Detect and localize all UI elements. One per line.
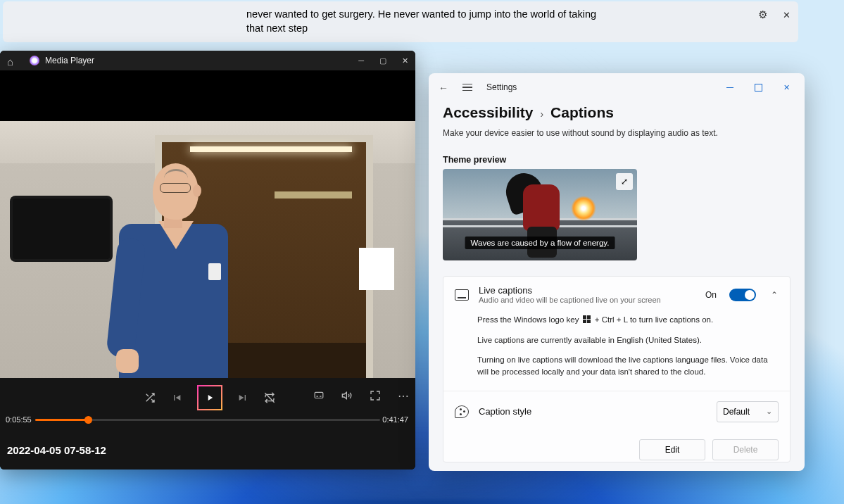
next-icon[interactable] [237, 391, 249, 404]
settings-window: Settings Accessibility › Captions Make y… [429, 73, 805, 471]
media-player-window: Media Player ─ ▢ ✕ 0:05:55 [0, 51, 415, 470]
breadcrumb-current: Captions [550, 104, 614, 121]
settings-minimize-button[interactable] [716, 77, 744, 97]
delete-button: Delete [712, 439, 779, 460]
media-player-title: Media Player [45, 56, 94, 65]
theme-preview: Waves are caused by a flow of energy. [443, 169, 637, 260]
hamburger-icon[interactable] [462, 82, 474, 93]
expand-preview-icon[interactable] [616, 173, 633, 190]
privacy-note: Turning on live captions will download t… [477, 354, 779, 377]
chevron-up-icon[interactable] [770, 291, 779, 299]
time-total: 0:41:47 [382, 415, 408, 424]
progress-bar[interactable] [35, 419, 380, 421]
media-player-titlebar: Media Player ─ ▢ ✕ [0, 51, 415, 70]
live-captions-subtitle: Audio and video will be captioned live o… [479, 296, 695, 304]
caption-close-icon[interactable] [780, 8, 793, 21]
time-elapsed: 0:05:55 [6, 415, 32, 424]
preview-caption-text: Waves are caused by a flow of energy. [465, 237, 615, 249]
more-icon[interactable]: ⋯ [397, 389, 410, 402]
repeat-off-icon[interactable] [263, 391, 276, 404]
breadcrumb: Accessibility › Captions [443, 104, 791, 121]
live-captions-toggle[interactable] [729, 289, 756, 301]
minimize-button[interactable]: ─ [358, 56, 364, 65]
caption-style-row: Caption style Default [443, 391, 790, 432]
settings-maximize-button[interactable] [744, 77, 772, 97]
volume-icon[interactable] [341, 389, 353, 402]
media-player-controls: 0:05:55 0:41:47 2022-04-05 07-58-12 ⋯ [0, 378, 415, 470]
fullscreen-icon[interactable] [369, 389, 382, 402]
live-captions-details: Press the Windows logo key + Ctrl + L to… [443, 313, 790, 391]
live-captions-title: Live captions [479, 285, 695, 296]
back-icon[interactable] [439, 82, 450, 93]
theme-preview-label: Theme preview [443, 155, 791, 165]
live-caption-bar: never wanted to get surgery. He never wa… [3, 1, 798, 42]
captions-icon[interactable] [313, 389, 325, 402]
live-captions-row[interactable]: Live captions Audio and video will be ca… [443, 277, 790, 313]
live-captions-card: Live captions Audio and video will be ca… [443, 276, 791, 462]
chevron-right-icon: › [540, 108, 543, 120]
close-button[interactable]: ✕ [402, 56, 408, 65]
play-button[interactable] [197, 385, 222, 410]
maximize-button[interactable]: ▢ [379, 56, 386, 65]
breadcrumb-parent[interactable]: Accessibility [443, 104, 533, 121]
palette-icon [455, 405, 469, 418]
settings-titlebar: Settings [429, 73, 805, 101]
edit-button[interactable]: Edit [639, 439, 705, 460]
windows-key-icon [583, 315, 591, 324]
shuffle-icon[interactable] [144, 391, 156, 404]
language-note: Live captions are currently available in… [477, 334, 779, 346]
live-caption-text: never wanted to get surgery. He never wa… [246, 8, 612, 35]
video-file-title: 2022-04-05 07-58-12 [7, 444, 106, 456]
captions-card-icon [455, 289, 469, 301]
caption-style-select[interactable]: Default [717, 401, 779, 422]
previous-icon[interactable] [170, 391, 183, 404]
settings-window-title: Settings [486, 82, 517, 92]
toggle-state-label: On [705, 290, 717, 300]
svg-rect-1 [315, 392, 323, 398]
shortcut-hint: Press the Windows logo key + Ctrl + L to… [477, 314, 779, 326]
media-player-logo-icon [30, 56, 39, 65]
home-icon[interactable] [7, 56, 17, 65]
caption-style-title: Caption style [479, 406, 707, 417]
caption-settings-icon[interactable] [756, 8, 769, 21]
page-subtitle: Make your device easier to use without s… [443, 128, 791, 138]
settings-close-button[interactable] [772, 77, 800, 97]
